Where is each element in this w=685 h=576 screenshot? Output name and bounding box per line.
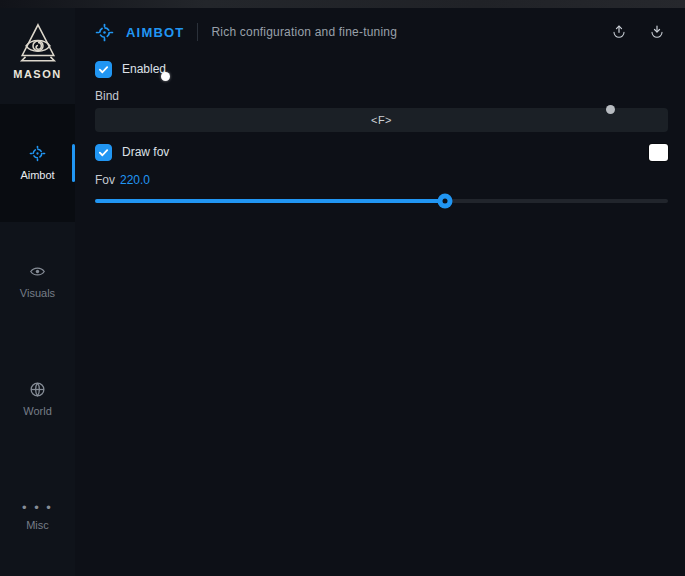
page-subtitle: Rich configuration and fine-tuning [211,25,397,39]
header-actions [608,21,668,43]
sidebar-item-label: Aimbot [20,169,54,181]
sidebar-item-visuals[interactable]: Visuals [0,222,75,340]
download-config-button[interactable] [646,21,668,43]
fov-slider-track[interactable] [95,199,668,203]
sidebar-item-world[interactable]: World [0,340,75,458]
fov-slider[interactable] [95,193,668,209]
sidebar-item-label: Misc [26,519,49,531]
header-divider [197,23,198,41]
fov-label: Fov [95,173,115,187]
fov-label-row: Fov 220.0 [95,173,668,187]
brand-logo: MASON [0,8,75,104]
check-icon [98,64,109,75]
brand-name: MASON [13,68,61,80]
enabled-label: Enabled [122,62,166,76]
page-title: AIMBOT [126,25,184,40]
ellipsis-icon: • • • [22,504,53,512]
aimbot-panel: AIMBOT Rich configuration and fine-tunin… [75,8,685,576]
draw-fov-row: Draw fov [95,142,668,162]
mason-eye-pyramid-icon [15,20,61,66]
bind-input[interactable]: <F> [95,108,668,132]
sidebar-item-aimbot[interactable]: Aimbot [0,104,75,222]
crosshair-icon [29,145,46,162]
enabled-row: Enabled [95,57,668,81]
draw-fov-label: Draw fov [122,145,169,159]
sidebar-item-misc[interactable]: • • • Misc [0,458,75,576]
globe-icon [29,381,46,398]
window-top-strip [0,0,685,8]
draw-fov-checkbox[interactable] [95,144,112,161]
check-icon [98,147,109,158]
sidebar: MASON Aimbot Visuals World • • • Misc [0,8,75,576]
bind-value: <F> [371,114,392,126]
fov-slider-fill [95,199,445,203]
upload-config-button[interactable] [608,21,630,43]
download-icon [649,24,665,40]
enabled-checkbox[interactable] [95,61,112,78]
panel-header: AIMBOT Rich configuration and fine-tunin… [95,12,668,52]
bind-label: Bind [95,89,668,103]
cursor-dot [161,72,170,81]
upload-icon [611,24,627,40]
fov-color-swatch[interactable] [649,144,668,161]
crosshair-icon [95,23,114,42]
fov-value: 220.0 [120,173,150,187]
fov-slider-handle[interactable] [438,194,453,209]
eye-icon [29,263,46,280]
sidebar-item-label: Visuals [20,287,55,299]
sidebar-item-label: World [23,405,52,417]
cursor-dot [606,105,615,114]
